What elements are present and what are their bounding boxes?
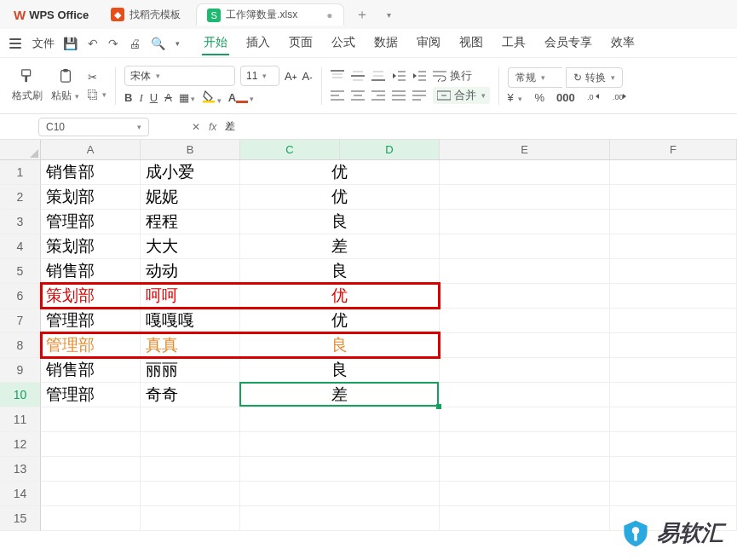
ribbon-tab-2[interactable]: 页面 xyxy=(287,32,314,55)
decrease-indent-icon[interactable] xyxy=(392,70,406,82)
ribbon-tab-9[interactable]: 效率 xyxy=(609,32,636,55)
copy-icon[interactable]: ⿻▾ xyxy=(88,89,107,101)
cell[interactable] xyxy=(610,407,737,432)
cell[interactable] xyxy=(440,284,610,309)
row-header[interactable]: 3 xyxy=(0,210,41,234)
cell[interactable]: 策划部 xyxy=(41,284,141,309)
cell[interactable]: 销售部 xyxy=(41,358,141,383)
align-left-icon[interactable] xyxy=(331,89,344,101)
paste-dropdown-icon[interactable]: ▾ xyxy=(75,92,79,101)
borders-button[interactable]: ▦▾ xyxy=(179,91,195,104)
cell[interactable] xyxy=(240,506,440,531)
cell[interactable] xyxy=(440,457,610,482)
cell[interactable] xyxy=(41,432,141,457)
cell[interactable]: 嘎嘎嘎 xyxy=(141,309,240,333)
column-header-B[interactable]: B xyxy=(141,140,240,159)
cell[interactable] xyxy=(440,160,610,185)
selection-handle[interactable] xyxy=(436,404,441,409)
cell[interactable] xyxy=(41,506,141,531)
cell[interactable] xyxy=(41,457,141,482)
cell[interactable] xyxy=(41,407,141,432)
cell[interactable]: 程程 xyxy=(141,210,240,234)
row-header[interactable]: 5 xyxy=(0,259,41,284)
cell[interactable]: 真真 xyxy=(141,333,240,358)
cell[interactable]: 奇奇 xyxy=(141,383,240,407)
cell[interactable]: 优 xyxy=(240,185,440,210)
cell[interactable] xyxy=(141,432,240,457)
row-header[interactable]: 11 xyxy=(0,407,41,432)
decrease-decimal-icon[interactable]: .0 xyxy=(587,91,601,104)
cell[interactable] xyxy=(610,358,737,383)
font-color-button[interactable]: A▾ xyxy=(228,91,254,104)
cell[interactable]: 良 xyxy=(240,358,440,383)
number-format-select[interactable]: 常规▾ xyxy=(508,67,562,88)
wrap-text-button[interactable]: 换行 xyxy=(433,68,472,84)
cell[interactable] xyxy=(240,432,440,457)
paste-icon[interactable] xyxy=(58,68,73,84)
cell[interactable] xyxy=(440,407,610,432)
align-middle-icon[interactable] xyxy=(351,70,365,82)
row-header[interactable]: 13 xyxy=(0,457,41,482)
row-header[interactable]: 1 xyxy=(0,160,41,185)
cell[interactable]: 管理部 xyxy=(41,210,141,234)
column-header-A[interactable]: A xyxy=(41,140,141,159)
ribbon-tab-3[interactable]: 公式 xyxy=(330,32,357,55)
cell[interactable] xyxy=(610,210,737,234)
cell[interactable] xyxy=(610,234,737,259)
cell[interactable] xyxy=(440,234,610,259)
currency-icon[interactable]: ¥ ▾ xyxy=(508,91,523,104)
underline-button[interactable]: U xyxy=(150,91,158,104)
column-header-D[interactable]: D xyxy=(340,140,440,159)
cell[interactable] xyxy=(610,284,737,309)
formula-value[interactable]: 差 xyxy=(225,119,235,134)
bold-button[interactable]: B xyxy=(124,91,132,104)
tab-templates[interactable]: ◆ 找稻壳模板 xyxy=(101,3,191,26)
align-top-icon[interactable] xyxy=(331,70,344,82)
cell[interactable] xyxy=(610,482,737,506)
cell[interactable] xyxy=(240,457,440,482)
cell[interactable]: 差 xyxy=(240,383,440,407)
cell[interactable] xyxy=(440,358,610,383)
row-header[interactable]: 12 xyxy=(0,432,41,457)
cell[interactable]: 管理部 xyxy=(41,383,141,407)
preview-icon[interactable]: 🔍 xyxy=(151,37,165,50)
cell[interactable]: 优 xyxy=(240,160,440,185)
cut-icon[interactable]: ✂ xyxy=(88,71,107,84)
cell[interactable]: 差 xyxy=(240,234,440,259)
cell[interactable] xyxy=(440,309,610,333)
cell[interactable] xyxy=(610,383,737,407)
cell[interactable]: 呵呵 xyxy=(141,284,240,309)
fx-icon[interactable]: fx xyxy=(209,121,216,133)
align-bottom-icon[interactable] xyxy=(371,70,385,82)
increase-indent-icon[interactable] xyxy=(412,70,426,82)
cell[interactable]: 策划部 xyxy=(41,234,141,259)
cell[interactable] xyxy=(240,407,440,432)
cell[interactable]: 销售部 xyxy=(41,160,141,185)
ribbon-tab-1[interactable]: 插入 xyxy=(245,32,272,55)
ribbon-tab-5[interactable]: 审阅 xyxy=(415,32,442,55)
cell[interactable]: 大大 xyxy=(141,234,240,259)
print-icon[interactable]: 🖨 xyxy=(129,37,141,50)
row-header[interactable]: 6 xyxy=(0,284,41,309)
cell[interactable] xyxy=(610,185,737,210)
decrease-font-icon[interactable]: A- xyxy=(302,70,313,83)
font-name-select[interactable]: 宋体▾ xyxy=(124,66,235,86)
merge-cells-button[interactable]: 合并▾ xyxy=(433,87,490,104)
row-header[interactable]: 2 xyxy=(0,185,41,210)
column-header-C[interactable]: C xyxy=(240,140,340,159)
ribbon-tab-4[interactable]: 数据 xyxy=(372,32,400,55)
justify-icon[interactable] xyxy=(392,89,406,101)
cell[interactable]: 销售部 xyxy=(41,259,141,284)
ribbon-tab-8[interactable]: 会员专享 xyxy=(543,32,594,55)
cell[interactable]: 良 xyxy=(240,210,440,234)
cancel-formula-icon[interactable]: ✕ xyxy=(192,121,200,133)
namebox-dropdown-icon[interactable]: ▾ xyxy=(137,123,141,131)
cell[interactable] xyxy=(440,432,610,457)
row-header[interactable]: 10 xyxy=(0,383,41,407)
row-header[interactable]: 9 xyxy=(0,358,41,383)
cell[interactable] xyxy=(141,457,240,482)
column-header-F[interactable]: F xyxy=(610,140,737,159)
cell[interactable] xyxy=(41,482,141,506)
align-right-icon[interactable] xyxy=(371,89,385,101)
cell[interactable]: 丽丽 xyxy=(141,358,240,383)
